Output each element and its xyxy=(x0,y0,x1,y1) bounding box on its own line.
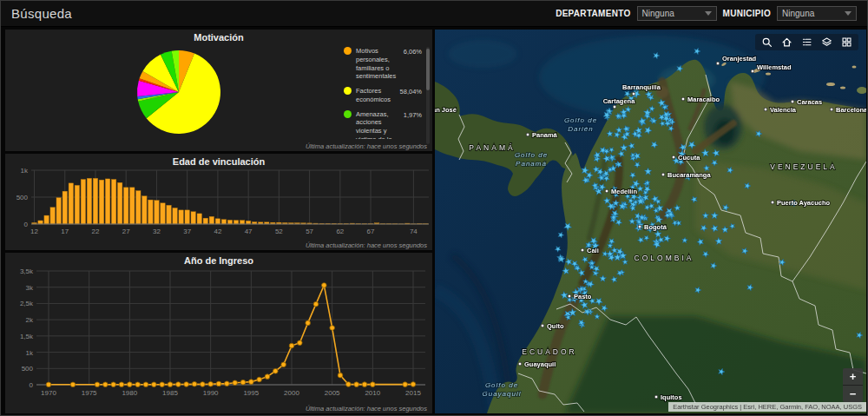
line-point[interactable] xyxy=(208,381,214,386)
bar[interactable] xyxy=(161,203,165,224)
bar[interactable] xyxy=(148,200,153,224)
legend-icon[interactable] xyxy=(801,36,812,48)
bar[interactable] xyxy=(87,178,91,224)
line-point[interactable] xyxy=(128,382,133,387)
line-point[interactable] xyxy=(354,382,359,387)
city-label: Bogotá xyxy=(644,223,667,231)
legend-item[interactable]: Motivos personales, familiares o sentime… xyxy=(344,47,424,81)
line-point[interactable] xyxy=(143,382,148,387)
bar[interactable] xyxy=(203,218,207,224)
line-point[interactable] xyxy=(313,301,319,307)
bar[interactable] xyxy=(117,182,122,224)
bar[interactable] xyxy=(185,210,189,224)
svg-text:52: 52 xyxy=(275,228,283,235)
line-point[interactable] xyxy=(306,320,311,326)
zoom-out-button[interactable]: − xyxy=(843,385,863,402)
legend-item[interactable]: Amenazas, acciones violentas y victima d… xyxy=(344,110,424,140)
line-point[interactable] xyxy=(330,326,335,331)
bar[interactable] xyxy=(142,196,147,224)
line-point[interactable] xyxy=(240,380,246,385)
bar-chart[interactable]: 05001k12172227323742475257626774 xyxy=(5,165,432,238)
line-point[interactable] xyxy=(249,380,254,385)
line-point[interactable] xyxy=(70,382,76,387)
line-point[interactable] xyxy=(225,381,230,386)
line-point[interactable] xyxy=(192,381,197,386)
bar[interactable] xyxy=(38,221,43,224)
line-chart[interactable]: 05001k1,5k2k2,5k3k3,5k197019751980198519… xyxy=(5,266,432,400)
bar[interactable] xyxy=(123,188,128,224)
bar[interactable] xyxy=(111,180,115,224)
bar[interactable] xyxy=(136,191,141,224)
line-point[interactable] xyxy=(46,382,51,387)
bar[interactable] xyxy=(209,216,214,224)
line-point[interactable] xyxy=(371,382,376,387)
bar[interactable] xyxy=(167,205,171,224)
line-point[interactable] xyxy=(338,373,343,378)
bar[interactable] xyxy=(227,220,232,224)
bar[interactable] xyxy=(215,219,220,224)
bar[interactable] xyxy=(62,191,67,224)
line-point[interactable] xyxy=(273,368,279,373)
legend-scrollbar[interactable] xyxy=(426,47,430,144)
bar[interactable] xyxy=(221,220,226,224)
line-point[interactable] xyxy=(411,382,416,387)
line-point[interactable] xyxy=(168,382,173,387)
zoom-in-button[interactable]: + xyxy=(843,368,863,385)
line-point[interactable] xyxy=(201,382,206,387)
map[interactable]: Golfo deDariénGolfo dePanamáGolfo deGuay… xyxy=(435,30,866,413)
layers-icon[interactable] xyxy=(821,36,832,48)
line-point[interactable] xyxy=(119,382,124,387)
line-point[interactable] xyxy=(289,343,294,348)
line-point[interactable] xyxy=(152,382,157,387)
bar[interactable] xyxy=(56,198,61,224)
line-point[interactable] xyxy=(281,362,286,367)
home-icon[interactable] xyxy=(781,36,792,48)
line-point[interactable] xyxy=(265,374,270,380)
water-label: Guayaquil xyxy=(482,390,521,398)
basemap-icon[interactable] xyxy=(841,36,852,48)
map-canvas[interactable]: Golfo deDariénGolfo dePanamáGolfo deGuay… xyxy=(435,30,866,413)
line-point[interactable] xyxy=(322,283,327,288)
line-point[interactable] xyxy=(160,382,165,387)
line-point[interactable] xyxy=(111,382,116,387)
bar[interactable] xyxy=(191,212,195,224)
line-point[interactable] xyxy=(403,382,408,387)
bar[interactable] xyxy=(93,178,97,224)
bar[interactable] xyxy=(99,180,103,224)
city-marker xyxy=(681,97,684,100)
line-point[interactable] xyxy=(176,382,181,387)
line-point[interactable] xyxy=(362,382,367,387)
bar[interactable] xyxy=(240,221,244,224)
pie-chart[interactable] xyxy=(135,49,222,135)
bar[interactable] xyxy=(246,221,250,224)
bar[interactable] xyxy=(155,201,159,224)
data-points xyxy=(46,283,416,387)
bar[interactable] xyxy=(81,180,85,224)
legend-swatch xyxy=(344,110,352,118)
bar[interactable] xyxy=(233,221,238,224)
departamento-select[interactable]: Ninguna xyxy=(637,6,717,21)
scrollbar-thumb[interactable] xyxy=(426,49,430,90)
line-point[interactable] xyxy=(298,340,303,346)
bar[interactable] xyxy=(105,179,109,224)
legend-item[interactable]: Factores económicos58,04% xyxy=(344,87,424,104)
bar[interactable] xyxy=(50,208,55,224)
line-point[interactable] xyxy=(95,382,100,387)
line-point[interactable] xyxy=(216,381,221,386)
search-icon[interactable] xyxy=(761,36,773,48)
line-point[interactable] xyxy=(184,382,189,387)
line-point[interactable] xyxy=(233,380,238,386)
municipio-select[interactable]: Ninguna xyxy=(777,6,857,21)
bar[interactable] xyxy=(44,215,49,224)
line-point[interactable] xyxy=(135,382,141,387)
line-point[interactable] xyxy=(257,377,262,382)
bar[interactable] xyxy=(130,188,135,224)
bar[interactable] xyxy=(179,210,183,224)
bar[interactable] xyxy=(75,185,79,224)
bar[interactable] xyxy=(173,208,177,224)
legend-swatch xyxy=(344,87,352,95)
bar[interactable] xyxy=(69,183,73,224)
bar[interactable] xyxy=(197,214,201,224)
line-point[interactable] xyxy=(346,382,352,387)
line-point[interactable] xyxy=(103,382,108,387)
